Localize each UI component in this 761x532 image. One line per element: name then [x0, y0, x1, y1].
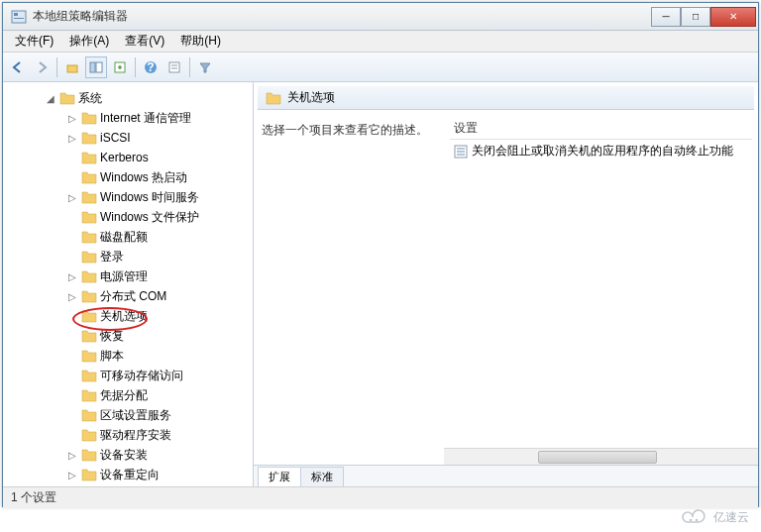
tree-label: 电源管理 [100, 268, 148, 285]
up-button[interactable] [61, 56, 83, 78]
svg-point-17 [696, 519, 699, 522]
toolbar-separator [135, 57, 136, 77]
content-area: ◢系统▷Internet 通信管理▷iSCSIKerberosWindows 热… [3, 82, 758, 486]
tree-node[interactable]: ▷Windows 时间服务 [5, 187, 251, 207]
folder-icon [266, 91, 281, 105]
tree-label: Internet 通信管理 [100, 110, 191, 127]
tree-label: 设备重定向 [100, 467, 160, 483]
watermark-text: 亿速云 [713, 509, 749, 526]
window-title: 本地组策略编辑器 [33, 8, 651, 25]
expand-icon[interactable]: ▷ [66, 271, 78, 282]
details-title: 关机选项 [287, 89, 335, 106]
tree-label: 恢复 [100, 328, 124, 345]
details-header: 关机选项 [258, 86, 754, 110]
expand-icon[interactable]: ▷ [66, 192, 78, 203]
expand-icon[interactable]: ▷ [66, 113, 78, 124]
app-icon [11, 9, 27, 25]
tree-node[interactable]: 登录 [5, 247, 251, 266]
toolbar: ? [3, 53, 758, 82]
scrollbar-thumb[interactable] [538, 451, 657, 464]
svg-text:?: ? [147, 60, 154, 74]
setting-row[interactable]: 关闭会阻止或取消关机的应用程序的自动终止功能 [450, 140, 752, 162]
tree-node[interactable]: ▷电源管理 [5, 266, 251, 286]
expand-icon[interactable]: ▷ [66, 450, 78, 461]
tree-node[interactable]: 可移动存储访问 [5, 366, 251, 385]
tree-label: 驱动程序安装 [100, 427, 171, 444]
tree-node[interactable]: 凭据分配 [5, 385, 251, 405]
description-column: 选择一个项目来查看它的描述。 [260, 118, 440, 448]
menu-view[interactable]: 查看(V) [117, 31, 172, 52]
tree-node[interactable]: Windows 热启动 [5, 167, 251, 187]
collapse-icon[interactable]: ◢ [45, 93, 56, 104]
tree-label: 可移动存储访问 [100, 368, 183, 384]
toolbar-separator [56, 57, 57, 77]
maximize-button[interactable]: □ [681, 7, 710, 27]
properties-button[interactable] [163, 56, 185, 78]
tree-node[interactable]: ▷iSCSI [5, 128, 251, 148]
tree-node[interactable]: 磁盘配额 [5, 227, 251, 247]
tree-node[interactable]: ▷设备重定向 [5, 465, 251, 484]
tree-node[interactable]: Kerberos [5, 148, 251, 167]
toolbar-separator [189, 57, 190, 77]
svg-rect-2 [14, 18, 24, 19]
close-button[interactable]: ✕ [710, 7, 756, 27]
show-hide-tree-button[interactable] [85, 56, 107, 78]
menu-action[interactable]: 操作(A) [61, 31, 117, 52]
expand-icon[interactable]: ▷ [66, 133, 78, 144]
tree-label: iSCSI [100, 131, 131, 145]
setting-label: 关闭会阻止或取消关机的应用程序的自动终止功能 [472, 143, 733, 160]
tree-node[interactable]: Windows 文件保护 [5, 207, 251, 227]
statusbar: 1 个设置 [3, 486, 758, 508]
column-header-settings[interactable]: 设置 [450, 118, 752, 140]
tree-label: Windows 文件保护 [100, 209, 199, 226]
details-panel: 关机选项 选择一个项目来查看它的描述。 设置 关闭会阻止或取消关机的应用程序的自… [254, 82, 758, 486]
app-window: 本地组策略编辑器 ─ □ ✕ 文件(F) 操作(A) 查看(V) 帮助(H) ?… [2, 2, 759, 507]
forward-button[interactable] [31, 56, 53, 78]
help-button[interactable]: ? [140, 56, 162, 78]
titlebar: 本地组策略编辑器 ─ □ ✕ [3, 3, 758, 31]
watermark: 亿速云 [682, 508, 749, 526]
svg-rect-5 [96, 62, 102, 72]
horizontal-scrollbar[interactable] [444, 448, 758, 465]
tree-node[interactable]: 关机选项 [5, 306, 251, 326]
back-button[interactable] [7, 56, 29, 78]
tree-node[interactable]: 驱动程序安装 [5, 425, 251, 445]
details-body: 选择一个项目来查看它的描述。 设置 关闭会阻止或取消关机的应用程序的自动终止功能 [254, 110, 758, 448]
tab-standard[interactable]: 标准 [300, 467, 344, 486]
description-text: 选择一个项目来查看它的描述。 [262, 123, 428, 137]
expand-icon[interactable]: ▷ [66, 470, 78, 480]
tree-node[interactable]: 恢复 [5, 326, 251, 346]
tree-node-root[interactable]: ◢系统 [5, 88, 251, 108]
tree-node[interactable]: ▷设备安装 [5, 445, 251, 465]
tree-label: 脚本 [100, 348, 124, 365]
tree-label: Windows 热启动 [100, 169, 187, 186]
tree-label: 关机选项 [100, 308, 148, 325]
tree-label: Kerberos [100, 151, 149, 164]
tree-node[interactable]: 区域设置服务 [5, 405, 251, 425]
svg-point-16 [690, 519, 693, 522]
tree-label: 分布式 COM [100, 288, 166, 305]
svg-rect-4 [90, 62, 95, 72]
tabs: 扩展 标准 [254, 465, 758, 486]
tree-label: 磁盘配额 [100, 229, 148, 246]
tree-panel[interactable]: ◢系统▷Internet 通信管理▷iSCSIKerberosWindows 热… [3, 82, 254, 486]
tree-node[interactable]: ▷Internet 通信管理 [5, 108, 251, 128]
export-button[interactable] [109, 56, 131, 78]
minimize-button[interactable]: ─ [651, 7, 681, 27]
tab-extended[interactable]: 扩展 [258, 467, 301, 486]
tree-label: 凭据分配 [100, 387, 148, 404]
tree-label: 区域设置服务 [100, 407, 171, 424]
expand-icon[interactable]: ▷ [66, 291, 78, 302]
setting-icon [454, 145, 468, 159]
tree-label: 系统 [78, 90, 102, 107]
svg-rect-0 [12, 11, 26, 23]
menu-file[interactable]: 文件(F) [7, 31, 61, 52]
filter-button[interactable] [194, 56, 216, 78]
tree-node[interactable]: 脚本 [5, 346, 251, 366]
tree-label: 登录 [100, 249, 124, 266]
menu-help[interactable]: 帮助(H) [172, 31, 229, 52]
status-text: 1 个设置 [11, 489, 56, 506]
svg-rect-9 [169, 62, 179, 72]
settings-list: 设置 关闭会阻止或取消关机的应用程序的自动终止功能 [450, 118, 752, 448]
tree-node[interactable]: ▷分布式 COM [5, 286, 251, 306]
